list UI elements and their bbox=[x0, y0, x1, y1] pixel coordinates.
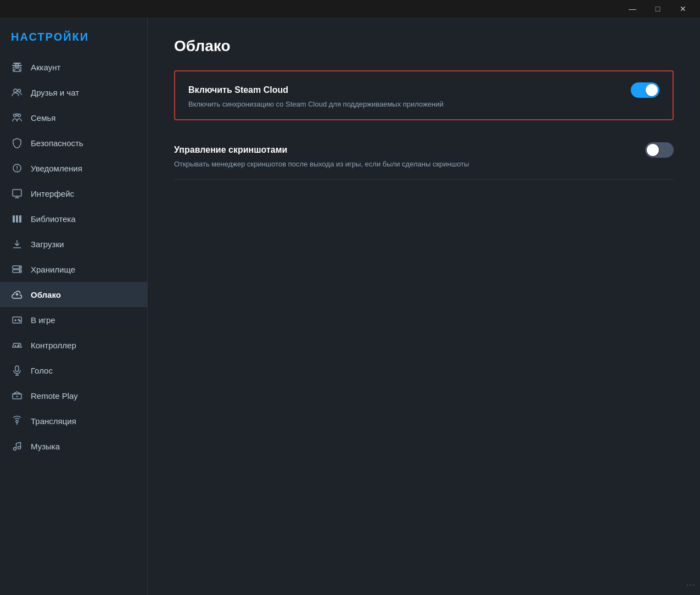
sidebar-item-cloud-label: Облако bbox=[31, 290, 61, 299]
steam-cloud-toggle-knob bbox=[646, 84, 658, 96]
sidebar-item-storage[interactable]: Хранилище bbox=[0, 257, 147, 282]
sidebar-item-controller[interactable]: Контроллер bbox=[0, 332, 147, 358]
sidebar: НАСТРОЙКИ Аккаунт bbox=[0, 18, 147, 595]
svg-rect-31 bbox=[15, 366, 19, 371]
cloud-icon bbox=[11, 288, 23, 301]
steam-cloud-toggle-track[interactable] bbox=[631, 82, 659, 98]
steam-cloud-label: Включить Steam Cloud bbox=[188, 85, 288, 95]
sidebar-item-notifications-label: Уведомления bbox=[31, 164, 82, 173]
sidebar-item-downloads[interactable]: Загрузки bbox=[0, 231, 147, 257]
main-content: Облако Включить Steam Cloud Включить син… bbox=[147, 18, 700, 595]
sidebar-item-broadcast[interactable]: Трансляция bbox=[0, 408, 147, 433]
maximize-button[interactable]: □ bbox=[645, 0, 670, 18]
svg-point-36 bbox=[16, 420, 18, 422]
sidebar-item-ingame-label: В игре bbox=[31, 315, 55, 325]
shield-icon bbox=[11, 137, 23, 149]
svg-point-5 bbox=[18, 90, 21, 92]
page-title: Облако bbox=[174, 37, 674, 55]
sidebar-item-interface[interactable]: Интерфейс bbox=[0, 181, 147, 206]
svg-rect-15 bbox=[16, 215, 18, 223]
steam-cloud-toggle[interactable] bbox=[631, 82, 659, 98]
grid-dots-icon: ⋯ bbox=[686, 579, 696, 591]
sidebar-item-voice[interactable]: Голос bbox=[0, 358, 147, 383]
screenshots-toggle-track[interactable] bbox=[645, 142, 674, 158]
sidebar-item-remoteplay-label: Remote Play bbox=[31, 391, 78, 401]
sidebar-item-music[interactable]: Музыка bbox=[0, 433, 147, 459]
screenshots-row: Управление скриншотами bbox=[174, 142, 674, 158]
sidebar-item-security[interactable]: Безопасность bbox=[0, 130, 147, 155]
titlebar: — □ ✕ bbox=[0, 0, 700, 18]
remoteplay-icon bbox=[11, 390, 23, 402]
sidebar-item-friends-label: Друзья и чат bbox=[31, 88, 79, 97]
sidebar-item-account-label: Аккаунт bbox=[31, 63, 60, 72]
svg-rect-1 bbox=[12, 65, 22, 66]
sidebar-item-family-label: Семья bbox=[31, 113, 55, 123]
voice-icon bbox=[11, 364, 23, 376]
account-icon bbox=[11, 61, 23, 73]
svg-point-21 bbox=[19, 271, 20, 272]
sidebar-item-friends[interactable]: Друзья и чат bbox=[0, 80, 147, 105]
svg-point-26 bbox=[19, 320, 20, 321]
app-container: НАСТРОЙКИ Аккаунт bbox=[0, 18, 700, 595]
close-button[interactable]: ✕ bbox=[670, 0, 696, 18]
family-icon bbox=[11, 112, 23, 124]
svg-point-25 bbox=[18, 319, 19, 320]
svg-point-8 bbox=[16, 114, 18, 116]
sidebar-item-library-label: Библиотека bbox=[31, 214, 76, 224]
screenshots-toggle[interactable] bbox=[645, 142, 674, 158]
svg-text:!: ! bbox=[16, 165, 18, 171]
storage-icon bbox=[11, 263, 23, 275]
friends-icon bbox=[11, 86, 23, 98]
steam-cloud-description: Включить синхронизацию со Steam Cloud дл… bbox=[188, 100, 659, 108]
svg-rect-14 bbox=[13, 215, 15, 223]
controller-icon bbox=[11, 339, 23, 351]
sidebar-item-family[interactable]: Семья bbox=[0, 105, 147, 130]
downloads-icon bbox=[11, 238, 23, 250]
screenshots-label: Управление скриншотами bbox=[174, 145, 287, 155]
steam-cloud-row: Включить Steam Cloud bbox=[188, 82, 659, 98]
sidebar-item-ingame[interactable]: В игре bbox=[0, 307, 147, 332]
screenshots-description: Открывать менеджер скриншотов после выхо… bbox=[174, 160, 674, 168]
sidebar-item-notifications[interactable]: ! Уведомления bbox=[0, 155, 147, 181]
interface-icon bbox=[11, 187, 23, 199]
sidebar-item-interface-label: Интерфейс bbox=[31, 189, 74, 198]
sidebar-item-remoteplay[interactable]: Remote Play bbox=[0, 383, 147, 408]
svg-point-20 bbox=[19, 267, 20, 268]
svg-rect-16 bbox=[19, 215, 21, 223]
broadcast-icon bbox=[11, 415, 23, 427]
svg-point-30 bbox=[18, 346, 19, 347]
sidebar-item-storage-label: Хранилище bbox=[31, 265, 75, 274]
sidebar-item-controller-label: Контроллер bbox=[31, 341, 76, 350]
minimize-button[interactable]: — bbox=[620, 0, 645, 18]
steam-cloud-section: Включить Steam Cloud Включить синхрониза… bbox=[174, 70, 674, 120]
svg-rect-11 bbox=[13, 190, 21, 196]
music-icon bbox=[11, 440, 23, 452]
sidebar-title: НАСТРОЙКИ bbox=[0, 18, 147, 54]
sidebar-item-music-label: Музыка bbox=[31, 442, 60, 451]
ingame-icon bbox=[11, 314, 23, 326]
notifications-icon: ! bbox=[11, 162, 23, 174]
screenshots-toggle-knob bbox=[647, 144, 659, 156]
screenshots-section: Управление скриншотами Открывать менедже… bbox=[174, 131, 674, 180]
sidebar-item-library[interactable]: Библиотека bbox=[0, 206, 147, 231]
sidebar-item-account[interactable]: Аккаунт bbox=[0, 54, 147, 80]
sidebar-item-downloads-label: Загрузки bbox=[31, 240, 64, 249]
svg-point-4 bbox=[14, 89, 17, 92]
sidebar-item-broadcast-label: Трансляция bbox=[31, 416, 76, 426]
sidebar-item-voice-label: Голос bbox=[31, 366, 53, 375]
sidebar-item-security-label: Безопасность bbox=[31, 138, 83, 148]
library-icon bbox=[11, 213, 23, 225]
sidebar-item-cloud[interactable]: Облако bbox=[0, 282, 147, 307]
